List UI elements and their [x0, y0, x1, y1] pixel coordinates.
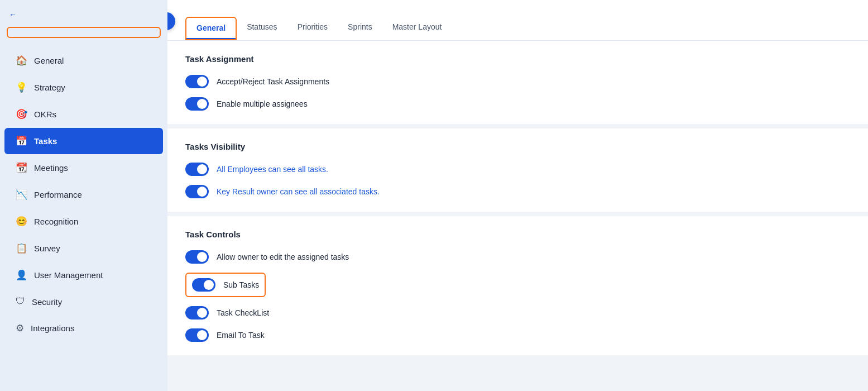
toggle-key-result-owner[interactable]	[185, 185, 209, 198]
tab-general[interactable]: General	[186, 18, 236, 39]
sidebar-label-tasks: Tasks	[34, 136, 57, 146]
toggle-label-multiple-assignees: Enable multiple assignees	[217, 99, 308, 108]
content-area: Task AssignmentAccept/Reject Task Assign…	[167, 41, 868, 391]
toggle-accept-reject[interactable]	[185, 75, 209, 88]
general-icon: 🏠	[16, 55, 27, 66]
sidebar-label-meetings: Meetings	[34, 163, 68, 173]
page-header: GeneralStatusesPrioritiesSprintsMaster L…	[167, 0, 868, 41]
performance-icon: 📉	[16, 189, 27, 201]
integrations-icon: ⚙	[16, 322, 24, 334]
toggle-row-allow-owner-edit: Allow owner to edit the assigned tasks	[185, 250, 850, 264]
section-title-task-controls: Task Controls	[185, 230, 850, 239]
user-management-icon: 👤	[16, 269, 27, 281]
sidebar-item-okrs[interactable]: 🎯OKRs	[4, 101, 163, 127]
back-arrow-icon: ←	[9, 10, 17, 19]
survey-icon: 📋	[16, 242, 27, 254]
toggle-label-accept-reject: Accept/Reject Task Assignments	[217, 77, 329, 86]
section-task-assignment: Task AssignmentAccept/Reject Task Assign…	[167, 41, 868, 128]
toggle-label-email-to-task: Email To Task	[217, 331, 265, 340]
toggle-label-allow-owner-edit: Allow owner to edit the assigned tasks	[217, 252, 349, 261]
sidebar-item-user-management[interactable]: 👤User Management	[4, 262, 163, 288]
toggle-row-task-checklist: Task CheckList	[185, 306, 850, 320]
tab-priorities[interactable]: Priorities	[287, 17, 338, 41]
sidebar-item-tasks[interactable]: 📅Tasks	[4, 128, 163, 154]
section-title-task-assignment: Task Assignment	[185, 54, 850, 64]
sidebar-label-general: General	[34, 56, 64, 65]
toggle-email-to-task[interactable]	[185, 328, 209, 342]
toggle-all-employees[interactable]	[185, 163, 209, 176]
sidebar: ← 🏠General💡Strategy🎯OKRs📅Tasks📆Meetings📉…	[0, 0, 167, 391]
sidebar-item-recognition[interactable]: 😊Recognition	[4, 208, 163, 235]
back-to-main-menu[interactable]: ←	[0, 0, 167, 25]
sidebar-item-security[interactable]: 🛡Security	[4, 289, 163, 314]
strategy-icon: 💡	[16, 82, 27, 93]
sidebar-label-strategy: Strategy	[34, 83, 65, 92]
settings-title	[7, 27, 161, 38]
sidebar-item-survey[interactable]: 📋Survey	[4, 235, 163, 261]
tabs: GeneralStatusesPrioritiesSprintsMaster L…	[185, 17, 850, 40]
okrs-icon: 🎯	[16, 108, 27, 120]
sidebar-item-general[interactable]: 🏠General	[4, 47, 163, 74]
sidebar-nav: 🏠General💡Strategy🎯OKRs📅Tasks📆Meetings📉Pe…	[0, 47, 167, 342]
sidebar-item-integrations[interactable]: ⚙Integrations	[4, 315, 163, 341]
sidebar-label-survey: Survey	[34, 244, 60, 253]
sidebar-item-performance[interactable]: 📉Performance	[4, 182, 163, 208]
tab-master-layout[interactable]: Master Layout	[382, 17, 452, 41]
toggle-allow-owner-edit[interactable]	[185, 250, 209, 264]
sidebar-label-okrs: OKRs	[34, 109, 56, 119]
security-icon: 🛡	[16, 296, 25, 307]
meetings-icon: 📆	[16, 162, 27, 174]
toggle-row-key-result-owner: Key Result owner can see all associated …	[185, 185, 850, 198]
sidebar-item-strategy[interactable]: 💡Strategy	[4, 74, 163, 101]
toggle-task-checklist[interactable]	[185, 306, 209, 320]
main-content: ‹ GeneralStatusesPrioritiesSprintsMaster…	[167, 0, 868, 391]
sidebar-label-integrations: Integrations	[31, 323, 74, 333]
toggle-sub-tasks[interactable]	[192, 278, 215, 292]
toggle-label-task-checklist: Task CheckList	[217, 308, 269, 317]
tasks-icon: 📅	[16, 135, 27, 147]
section-task-controls: Task ControlsAllow owner to edit the ass…	[167, 216, 868, 360]
section-title-tasks-visibility: Tasks Visibility	[185, 142, 850, 151]
recognition-icon: 😊	[16, 216, 27, 227]
sidebar-label-security: Security	[32, 297, 62, 307]
toggle-row-multiple-assignees: Enable multiple assignees	[185, 97, 850, 111]
toggle-label-all-employees: All Employees can see all tasks.	[217, 165, 328, 174]
toggle-label-key-result-owner: Key Result owner can see all associated …	[217, 187, 380, 196]
tab-sprints[interactable]: Sprints	[338, 17, 382, 41]
toggle-row-email-to-task: Email To Task	[185, 328, 850, 342]
tab-wrapper-general: General	[185, 17, 237, 40]
toggle-row-accept-reject: Accept/Reject Task Assignments	[185, 75, 850, 88]
toggle-row-all-employees: All Employees can see all tasks.	[185, 163, 850, 176]
section-tasks-visibility: Tasks VisibilityAll Employees can see al…	[167, 128, 868, 216]
tab-statuses[interactable]: Statuses	[237, 17, 287, 41]
toggle-row-sub-tasks: Sub Tasks	[185, 273, 850, 297]
sidebar-label-user-management: User Management	[34, 270, 103, 280]
sidebar-item-meetings[interactable]: 📆Meetings	[4, 155, 163, 181]
toggle-label-sub-tasks: Sub Tasks	[223, 280, 259, 289]
sidebar-label-performance: Performance	[34, 190, 82, 199]
toggle-multiple-assignees[interactable]	[185, 97, 209, 111]
sidebar-label-recognition: Recognition	[34, 217, 78, 226]
